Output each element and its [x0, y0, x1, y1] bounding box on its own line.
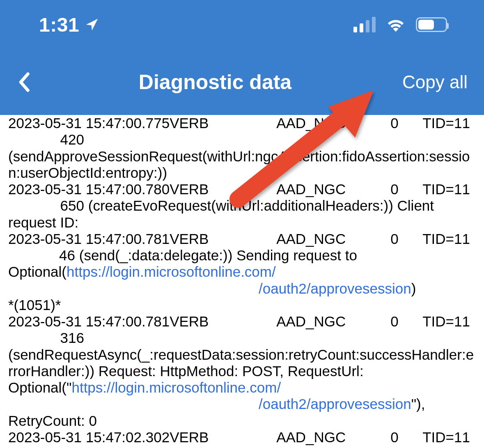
log-tid: TID=11	[422, 115, 470, 131]
log-text: (sendApproveSessionRequest(withUrl:ngcAs…	[8, 148, 470, 181]
log-zero: 0	[390, 313, 422, 330]
log-category: AAD_NGC	[276, 429, 390, 446]
log-level: VERB	[170, 181, 276, 198]
log-entry-header: 2023-05-31 15:47:02.302 VERB AAD_NGC 0 T…	[8, 429, 476, 446]
app-header: 1:31	[0, 0, 484, 115]
log-timestamp: 2023-05-31 15:47:00.780	[8, 181, 170, 198]
log-lineno: 650	[8, 198, 84, 214]
back-button[interactable]	[11, 70, 36, 94]
status-time: 1:31	[39, 14, 79, 36]
log-entry-header: 2023-05-31 15:47:00.780 VERB AAD_NGC 0 T…	[8, 181, 476, 198]
log-category: AAD_NGC	[276, 313, 390, 330]
log-message: 420 (sendApproveSessionRequest(withUrl:n…	[8, 131, 476, 181]
copy-all-button[interactable]: Copy all	[394, 72, 468, 92]
log-tid: TID=11	[422, 181, 470, 198]
log-entry-header: 2023-05-31 15:47:00.781 VERB AAD_NGC 0 T…	[8, 231, 476, 247]
log-timestamp: 2023-05-31 15:47:02.302	[8, 429, 170, 446]
log-tid: TID=11	[422, 231, 470, 247]
log-timestamp: 2023-05-31 15:47:00.781	[8, 231, 170, 247]
cellular-signal-icon	[353, 17, 376, 32]
log-zero: 0	[390, 231, 422, 247]
log-url-link[interactable]: https://login.microsoftonline.com/	[71, 379, 281, 395]
log-timestamp: 2023-05-31 15:47:00.781	[8, 313, 170, 330]
log-url-link[interactable]: /oauth2/approvesession	[259, 396, 411, 412]
log-timestamp: 2023-05-31 15:47:00.775	[8, 115, 170, 131]
log-level: VERB	[170, 313, 276, 330]
log-message: 316 (sendRequestAsync(_:requestData:sess…	[8, 330, 476, 429]
log-zero: 0	[390, 115, 422, 131]
log-lineno: 420	[8, 131, 84, 148]
battery-icon	[416, 17, 447, 32]
log-entry-header: 2023-05-31 15:47:00.775 VERB AAD_NGC 0 T…	[8, 115, 476, 131]
log-extra: *(1051)*	[8, 297, 476, 313]
status-left: 1:31	[39, 14, 99, 36]
log-zero: 0	[390, 429, 422, 446]
log-level: VERB	[170, 115, 276, 131]
log-entry-header: 2023-05-31 15:47:00.781 VERB AAD_NGC 0 T…	[8, 313, 476, 330]
page-title: Diagnostic data	[36, 70, 394, 94]
log-lineno: 46	[8, 247, 75, 264]
nav-bar: Diagnostic data Copy all	[0, 49, 484, 115]
status-right	[353, 17, 447, 32]
wifi-icon	[386, 17, 405, 32]
log-level: VERB	[170, 429, 276, 446]
log-url-link[interactable]: https://login.microsoftonline.com/	[67, 264, 276, 280]
log-url-link[interactable]: /oauth2/approvesession	[259, 280, 411, 296]
location-arrow-icon	[85, 14, 99, 36]
log-viewer[interactable]: 2023-05-31 15:47:00.775 VERB AAD_NGC 0 T…	[0, 115, 484, 446]
log-text: )	[411, 280, 416, 296]
log-message: 650 (createEvoRequest(withUrl:additional…	[8, 198, 476, 231]
log-category: AAD_NGC	[276, 181, 390, 198]
log-category: AAD_NGC	[276, 231, 390, 247]
log-tid: TID=11	[422, 313, 470, 330]
log-message: 46 (send(_:data:delegate:)) Sending requ…	[8, 247, 476, 297]
status-bar: 1:31	[0, 0, 484, 49]
chevron-left-icon	[18, 72, 30, 92]
log-zero: 0	[390, 181, 422, 198]
log-lineno: 316	[8, 330, 84, 346]
log-category: AAD_NGC	[276, 115, 390, 131]
log-level: VERB	[170, 231, 276, 247]
log-tid: TID=11	[422, 429, 470, 446]
